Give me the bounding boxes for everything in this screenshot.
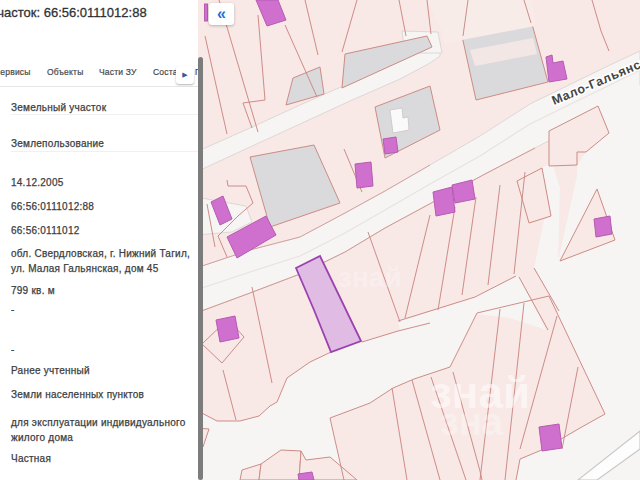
svg-text:знай: знай (338, 262, 402, 293)
svg-text:зна: зна (440, 401, 504, 443)
